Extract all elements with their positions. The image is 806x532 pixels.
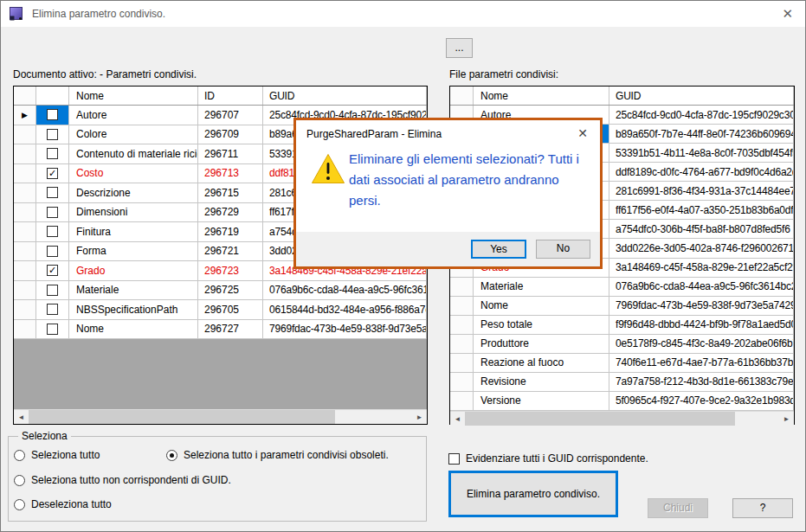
param-guid-cell[interactable]: 0e5178f9-c845-4f3c-8a49-202abe06f6b7 <box>609 335 794 354</box>
row-checkbox-cell[interactable] <box>36 106 69 125</box>
row-checkbox-cell[interactable] <box>36 222 69 242</box>
param-name-cell[interactable]: Costo <box>69 164 198 184</box>
param-id-cell[interactable]: 296721 <box>198 242 263 262</box>
param-guid-cell[interactable]: b89a650f-7b7e-44ff-8e0f-74236b609694 <box>609 125 794 144</box>
param-guid-cell[interactable]: 3a148469-c45f-458a-829e-21ef22a5cf2f <box>609 259 794 278</box>
param-guid-cell[interactable]: ff617f56-e0f4-4a07-a350-251b83b6a0df <box>609 201 794 220</box>
param-guid-cell[interactable]: ddf8189c-d0fc-4764-a677-bd9f0c4d6a2d <box>609 163 794 182</box>
row-checkbox-cell[interactable] <box>36 300 69 320</box>
param-id-cell[interactable]: 296715 <box>198 183 263 203</box>
radio-icon[interactable] <box>166 450 177 461</box>
right-header-nome[interactable]: Nome <box>474 87 609 105</box>
param-name-cell[interactable]: Nome <box>69 320 198 340</box>
row-header-cell[interactable] <box>14 125 36 145</box>
row-header-cell[interactable] <box>450 392 474 411</box>
help-button[interactable]: ? <box>732 498 793 518</box>
row-header-cell[interactable] <box>450 354 474 373</box>
dialog-close-icon[interactable]: ✕ <box>577 126 588 140</box>
param-name-cell[interactable]: Peso totale <box>474 316 609 335</box>
row-checkbox-cell[interactable]: ✓ <box>36 261 69 281</box>
param-id-cell[interactable]: 296727 <box>198 320 263 340</box>
table-row[interactable]: Nome7969fdac-473b-4e59-838f-9d73e5a74295 <box>450 297 794 316</box>
row-checkbox-cell[interactable] <box>36 183 69 203</box>
param-name-cell[interactable]: Contenuto di materiale ricicl... <box>69 144 198 164</box>
row-checkbox[interactable] <box>47 324 58 335</box>
browse-button[interactable]: ... <box>446 38 473 58</box>
param-guid-cell[interactable]: f9f96d48-dbbd-4424-bf9b-9f78a1aed5d0 <box>609 316 794 335</box>
param-id-cell[interactable]: 296707 <box>198 106 263 125</box>
scroll-left-icon[interactable]: ◄ <box>450 412 465 426</box>
param-guid-cell[interactable]: 5f0965c4-f927-407e-9ce2-9a32e1b983d5 <box>609 392 794 411</box>
left-header-guid[interactable]: GUID <box>263 87 427 105</box>
highlight-guid-checkbox[interactable] <box>448 453 460 465</box>
table-row[interactable]: Reazione al fuoco740f6e11-e67d-4ae7-b77a… <box>450 354 794 373</box>
param-id-cell[interactable]: 296711 <box>198 144 263 164</box>
radio-deselect-all[interactable]: Deseleziona tutto <box>14 498 112 510</box>
param-id-cell[interactable]: 296719 <box>198 222 263 242</box>
row-header-cell[interactable]: ▶ <box>14 106 36 125</box>
row-header-cell[interactable] <box>450 297 474 316</box>
row-checkbox-cell[interactable]: ✓ <box>36 164 69 184</box>
param-name-cell[interactable]: Autore <box>69 106 198 125</box>
row-header-cell[interactable] <box>450 316 474 335</box>
row-checkbox[interactable] <box>47 304 58 315</box>
param-name-cell[interactable]: Materiale <box>69 281 198 301</box>
row-header-cell[interactable] <box>14 183 36 203</box>
row-checkbox[interactable] <box>47 226 58 237</box>
row-header-cell[interactable] <box>450 278 474 297</box>
param-name-cell[interactable]: Reazione al fuoco <box>474 354 609 373</box>
left-scroll-thumb[interactable] <box>29 410 335 424</box>
left-scroll-track[interactable] <box>29 410 412 424</box>
param-id-cell[interactable]: 296705 <box>198 300 263 320</box>
row-checkbox[interactable] <box>47 187 58 198</box>
row-header-cell[interactable] <box>450 373 474 392</box>
row-header-cell[interactable] <box>14 144 36 164</box>
row-header-cell[interactable] <box>14 281 36 301</box>
row-header-cell[interactable] <box>14 300 36 320</box>
param-guid-cell[interactable]: 281c6991-8f36-4f34-931a-37c14484ee7d <box>609 182 794 201</box>
param-id-cell[interactable]: 296723 <box>198 261 263 281</box>
row-checkbox[interactable] <box>47 207 58 218</box>
param-name-cell[interactable]: Dimensioni <box>69 203 198 223</box>
scroll-left-icon[interactable]: ◄ <box>14 410 29 424</box>
left-header-id[interactable]: ID <box>198 87 263 105</box>
right-grid-hscrollbar[interactable]: ◄ ► <box>450 411 794 426</box>
param-id-cell[interactable]: 296713 <box>198 164 263 184</box>
left-grid-hscrollbar[interactable]: ◄ ► <box>14 409 427 424</box>
param-name-cell[interactable]: Colore <box>69 125 198 145</box>
radio-icon[interactable] <box>14 450 25 461</box>
right-scroll-thumb[interactable] <box>465 412 735 426</box>
table-row[interactable]: Nome2967277969fdac-473b-4e59-838f-9d73e5… <box>14 320 427 340</box>
table-row[interactable]: NBSSpecificationPath2967050615844d-bd32-… <box>14 300 427 320</box>
row-header-cell[interactable] <box>14 203 36 223</box>
row-checkbox-cell[interactable] <box>36 125 69 145</box>
row-checkbox-cell[interactable] <box>36 242 69 262</box>
param-name-cell[interactable]: Nome <box>474 297 609 316</box>
table-row[interactable]: Peso totalef9f96d48-dbbd-4424-bf9b-9f78a… <box>450 316 794 335</box>
radio-select-obsolete[interactable]: Seleziona tutto i parametri condivisi ob… <box>166 449 389 461</box>
row-checkbox-cell[interactable] <box>36 203 69 223</box>
param-guid-cell[interactable]: 7a97a758-f212-4b3d-8d1e-661383c79e4d <box>609 373 794 392</box>
row-checkbox[interactable] <box>47 148 58 159</box>
no-button[interactable]: No <box>536 240 590 259</box>
radio-icon[interactable] <box>14 499 25 510</box>
param-guid-cell[interactable]: 7969fdac-473b-4e59-838f-9d73e5a74295 <box>263 320 427 340</box>
row-checkbox[interactable] <box>47 129 58 140</box>
row-header-cell[interactable] <box>14 261 36 281</box>
param-name-cell[interactable]: Materiale <box>474 278 609 297</box>
table-row[interactable]: Produttore0e5178f9-c845-4f3c-8a49-202abe… <box>450 335 794 354</box>
right-header-guid[interactable]: GUID <box>609 87 794 105</box>
row-checkbox[interactable] <box>47 285 58 296</box>
left-header-nome[interactable]: Nome <box>69 87 198 105</box>
param-guid-cell[interactable]: a754dfc0-306b-4f5f-ba8f-b807d8fed5f6 <box>609 220 794 239</box>
scroll-right-icon[interactable]: ► <box>779 412 794 426</box>
row-header-cell[interactable] <box>14 242 36 262</box>
row-header-cell[interactable] <box>14 164 36 184</box>
param-name-cell[interactable]: NBSSpecificationPath <box>69 300 198 320</box>
table-row[interactable]: Materiale076a9b6c-cda8-44ea-a9c5-96fc361… <box>450 278 794 297</box>
param-guid-cell[interactable]: 3dd0226e-3d05-402a-8746-f296002671e6 <box>609 239 794 258</box>
row-header-cell[interactable] <box>450 335 474 354</box>
param-guid-cell[interactable]: 25c84fcd-9cd0-4cfa-87dc-195cf9029c30 <box>609 106 794 125</box>
yes-button[interactable]: Yes <box>471 240 526 259</box>
param-name-cell[interactable]: Finitura <box>69 222 198 242</box>
